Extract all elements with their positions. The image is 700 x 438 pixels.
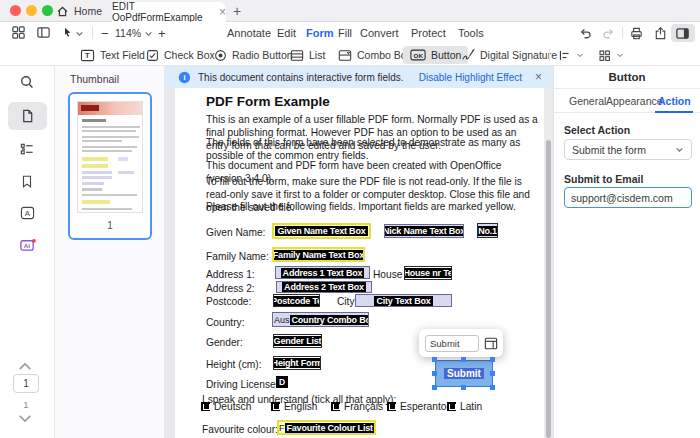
menu-form[interactable]: Form	[306, 22, 334, 44]
new-tab-button[interactable]: +	[233, 3, 241, 19]
combo-box-icon	[338, 49, 352, 62]
tab-home[interactable]: Home	[56, 0, 102, 22]
total-pages-label: 1	[0, 399, 52, 410]
page-thumbnail-selected[interactable]: 1	[68, 92, 152, 240]
button-label-input[interactable]	[425, 335, 479, 352]
thumbnail-panel: Thumbnail	[55, 66, 165, 438]
vertical-scrollbar[interactable]	[546, 140, 551, 438]
given-name-field[interactable]: Given Name Text Box	[272, 223, 371, 239]
tab-action[interactable]: Action	[658, 89, 691, 113]
right-panel-toggle-icon[interactable]	[675, 26, 690, 41]
action-select-dropdown[interactable]: Submit the form	[564, 139, 692, 160]
zoom-chevron-down-icon[interactable]	[144, 29, 153, 38]
select-cursor-icon[interactable]	[61, 26, 74, 39]
bookmark-icon[interactable]	[20, 174, 34, 189]
zoom-in-button[interactable]: +	[158, 26, 166, 41]
search-icon[interactable]	[19, 74, 35, 90]
menu-convert[interactable]: Convert	[360, 22, 399, 44]
language-checkbox[interactable]	[387, 402, 396, 411]
height-field[interactable]: Height Form	[273, 356, 321, 370]
zoom-level-value[interactable]: 114%	[115, 27, 141, 39]
tool-text-field[interactable]: T Text Field	[80, 44, 145, 66]
zoom-window-button[interactable]	[42, 5, 53, 16]
selection-handle[interactable]	[490, 385, 495, 390]
tool-label: Check Box	[164, 49, 215, 61]
page-down-chevron-icon[interactable]	[18, 414, 32, 423]
nick-name-field[interactable]: Nick Name Text Box	[384, 224, 464, 238]
left-icon-rail: A AI 1 1	[0, 66, 55, 438]
outline-tree-icon[interactable]	[19, 142, 35, 157]
button-tool-icon: OK	[410, 49, 426, 61]
svg-text:i: i	[183, 73, 185, 82]
redo-icon[interactable]	[601, 26, 616, 41]
print-icon[interactable]	[629, 26, 644, 41]
language-checkbox[interactable]	[271, 402, 280, 411]
tool-button-active[interactable]: OK Button	[403, 46, 468, 64]
tool-combo-box[interactable]: Combo Box	[338, 44, 412, 66]
address2-field[interactable]: Address 2 Text Box	[276, 281, 372, 293]
disable-highlight-link[interactable]: Disable Highlight Effect	[419, 72, 522, 83]
selection-handle[interactable]	[461, 357, 466, 362]
stamp-annotation-icon[interactable]: A	[20, 206, 35, 220]
number-field[interactable]: No.1	[477, 223, 498, 238]
page-up-chevron-icon[interactable]	[18, 362, 32, 371]
radio-button-icon	[214, 49, 227, 62]
tool-label: Radio Button	[232, 49, 293, 61]
minimize-window-button[interactable]	[26, 5, 37, 16]
driving-license-checkbox[interactable]: D	[276, 376, 288, 388]
city-field[interactable]: City Text Box	[355, 294, 452, 307]
align-fields-dropdown[interactable]	[558, 44, 584, 66]
action-selected-value: Submit the form	[572, 144, 646, 156]
selection-handle[interactable]	[432, 357, 437, 362]
arrange-fields-dropdown[interactable]	[598, 44, 624, 66]
sidebar-toggle-icon[interactable]	[36, 25, 51, 40]
selection-handle[interactable]	[432, 385, 437, 390]
ai-assistant-icon[interactable]: AI	[20, 238, 36, 252]
selection-handle[interactable]	[490, 357, 495, 362]
list-icon	[290, 49, 304, 62]
family-name-field[interactable]: Family Name Text Box	[272, 247, 365, 262]
selection-handle[interactable]	[461, 385, 466, 390]
tab-general[interactable]: General	[569, 89, 606, 113]
button-properties-icon[interactable]	[484, 337, 498, 350]
thumbnail-page-number: 1	[70, 220, 150, 231]
panel-title: Button	[554, 66, 700, 89]
address1-field[interactable]: Address 1 Text Box	[275, 266, 370, 279]
page-thumbnail-icon[interactable]	[20, 108, 35, 124]
close-window-button[interactable]	[10, 5, 21, 16]
doc-heading: PDF Form Example	[206, 94, 330, 109]
language-checkbox[interactable]	[331, 402, 340, 411]
current-page-input[interactable]: 1	[13, 374, 39, 393]
menu-tools[interactable]: Tools	[458, 22, 484, 44]
favourite-colour-field[interactable]: F Favourite Colour List Box	[277, 420, 376, 435]
tool-check-box[interactable]: Check Box	[146, 44, 215, 66]
menu-edit[interactable]: Edit	[277, 22, 296, 44]
apps-grid-icon[interactable]	[11, 25, 26, 40]
tab-appearance[interactable]: Appearance	[606, 89, 663, 113]
postcode-field[interactable]: Postcode Te	[273, 294, 320, 307]
toolbar-separator	[549, 49, 550, 61]
selection-handle[interactable]	[432, 371, 437, 376]
menu-protect[interactable]: Protect	[411, 22, 446, 44]
tab-document[interactable]: EDIT OoPdfFormExample ×	[112, 2, 226, 22]
menu-annotate[interactable]: Annotate	[227, 22, 271, 44]
cursor-chevron-down-icon[interactable]	[75, 29, 84, 38]
tab-close-icon[interactable]: ×	[219, 7, 226, 17]
tool-list[interactable]: List	[290, 44, 325, 66]
submit-button-field-selected[interactable]: Submit	[435, 360, 493, 387]
share-export-icon[interactable]	[653, 26, 668, 41]
tool-digital-signature[interactable]: Digital Signature	[461, 44, 557, 66]
language-checkbox[interactable]	[447, 402, 456, 411]
menu-fill[interactable]: Fill	[338, 22, 352, 44]
tool-radio-button[interactable]: Radio Button	[214, 44, 293, 66]
zoom-out-button[interactable]: −	[101, 26, 109, 41]
selection-handle[interactable]	[490, 371, 495, 376]
info-bar-close-icon[interactable]: ×	[535, 70, 542, 84]
field-label: Address 1:	[206, 269, 255, 280]
undo-icon[interactable]	[578, 26, 593, 41]
house-nr-field[interactable]: House nr Te	[404, 266, 452, 280]
gender-list-field[interactable]: Gender List	[273, 334, 322, 348]
language-checkbox[interactable]	[201, 402, 210, 411]
country-combo-box[interactable]: Aus Country Combo Box	[272, 312, 369, 327]
email-input[interactable]	[564, 187, 692, 208]
